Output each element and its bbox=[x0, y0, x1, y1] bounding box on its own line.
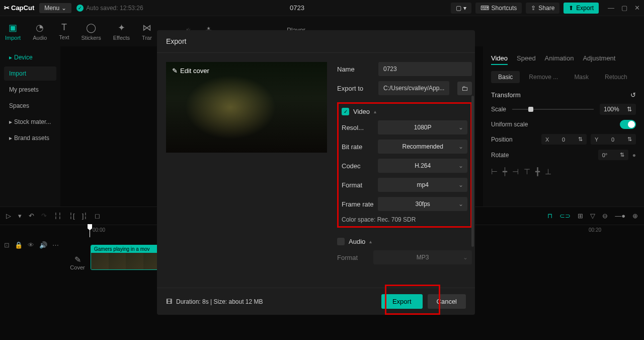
lock-icon[interactable]: 🔒 bbox=[15, 241, 23, 249]
subtab-basic[interactable]: Basic bbox=[491, 71, 520, 83]
subtab-retouch[interactable]: Retouch bbox=[598, 71, 634, 83]
cover-button[interactable]: ✎ Cover bbox=[67, 255, 88, 270]
zoom-in-icon[interactable]: ⊕ bbox=[632, 212, 638, 220]
format-label: Format bbox=[342, 181, 378, 189]
framerate-select[interactable]: 30fps bbox=[378, 197, 467, 211]
sidebar-spaces[interactable]: Spaces bbox=[4, 99, 56, 113]
more-icon[interactable]: ⋯ bbox=[52, 241, 59, 249]
align-top-icon[interactable]: ⊤ bbox=[524, 167, 530, 176]
align-right-icon[interactable]: ⊣ bbox=[512, 167, 519, 176]
redo-icon[interactable]: ↷ bbox=[41, 212, 47, 220]
prop-tab-adjustment[interactable]: Adjustment bbox=[583, 52, 615, 65]
audio-format-select: MP3 bbox=[373, 250, 472, 264]
resolution-select[interactable]: 1080P bbox=[378, 120, 467, 134]
tab-transitions[interactable]: ⋈Trar bbox=[142, 22, 152, 41]
export-confirm-button[interactable]: Export bbox=[381, 294, 423, 309]
cursor-dropdown-icon[interactable]: ▾ bbox=[18, 212, 22, 220]
playhead[interactable] bbox=[90, 225, 90, 237]
cursor-tool-icon[interactable]: ▷ bbox=[6, 212, 11, 220]
tab-stickers[interactable]: ◯Stickers bbox=[82, 22, 101, 41]
effects-icon: ✦ bbox=[118, 22, 125, 33]
bitrate-label: Bit rate bbox=[342, 143, 378, 151]
scale-slider[interactable] bbox=[512, 109, 594, 110]
browse-folder-button[interactable]: 🗀 bbox=[457, 82, 472, 95]
sidebar-device[interactable]: ▸ Device bbox=[4, 50, 56, 64]
zoom-slider-icon[interactable]: —● bbox=[615, 212, 625, 220]
timeline-clip[interactable]: Gamers playing in a mov bbox=[91, 245, 161, 270]
tab-import[interactable]: ▣Import bbox=[5, 22, 21, 41]
export-info: 🎞 Duration: 8s | Size: about 12 MB bbox=[166, 298, 263, 305]
position-y[interactable]: Y0⇅ bbox=[591, 134, 636, 145]
mute-icon[interactable]: 🔊 bbox=[39, 241, 47, 249]
minimize-icon[interactable]: — bbox=[608, 4, 614, 12]
layout-button[interactable]: ▢ ▾ bbox=[451, 3, 471, 14]
close-icon[interactable]: ✕ bbox=[634, 4, 640, 12]
maximize-icon[interactable]: ▢ bbox=[621, 4, 627, 12]
time-mark: 00:00 bbox=[93, 227, 105, 233]
undo-icon[interactable]: ↶ bbox=[29, 212, 34, 220]
name-label: Name bbox=[337, 65, 373, 73]
audio-section-header[interactable]: Audio ▴ bbox=[337, 238, 472, 245]
rotate-value[interactable]: 0°⇅ bbox=[598, 150, 628, 160]
split-left-icon[interactable]: ╎[ bbox=[69, 212, 75, 220]
sidebar-import[interactable]: Import bbox=[4, 66, 56, 81]
text-icon: T bbox=[61, 22, 67, 33]
sidebar-presets[interactable]: My presets bbox=[4, 83, 56, 97]
split-right-icon[interactable]: ]╎ bbox=[82, 212, 88, 220]
app-logo: ✂ CapCut bbox=[4, 4, 34, 12]
subtab-mask[interactable]: Mask bbox=[567, 71, 596, 83]
codec-select[interactable]: H.264 bbox=[378, 159, 467, 173]
bitrate-select[interactable]: Recommended bbox=[378, 140, 467, 154]
tab-effects[interactable]: ✦Effects bbox=[113, 22, 130, 41]
sidebar-brand[interactable]: ▸ Brand assets bbox=[4, 131, 56, 145]
prop-tab-video[interactable]: Video bbox=[491, 52, 508, 65]
marker-icon[interactable]: ▽ bbox=[590, 212, 595, 220]
link-icon[interactable]: ⊂⊃ bbox=[559, 212, 571, 220]
scrollbar[interactable] bbox=[471, 96, 474, 247]
track-collapse-icon[interactable]: ⊡ bbox=[4, 241, 10, 249]
video-checkbox[interactable]: ✓ bbox=[342, 108, 349, 115]
scale-value[interactable]: 100%⇅ bbox=[600, 104, 636, 115]
topbar-export-button[interactable]: ⬆ Export bbox=[564, 3, 599, 14]
check-icon: ✓ bbox=[76, 5, 84, 12]
align-left-icon[interactable]: ⊢ bbox=[491, 167, 498, 176]
audio-checkbox[interactable] bbox=[337, 238, 345, 245]
subtab-remove[interactable]: Remove ... bbox=[522, 71, 565, 83]
rotate-dial-icon[interactable]: ● bbox=[632, 152, 636, 159]
export-to-label: Export to bbox=[337, 85, 373, 92]
menu-button[interactable]: Menu ⌄ bbox=[39, 3, 71, 13]
title-bar: ✂ CapCut Menu ⌄ ✓Auto saved: 12:53:26 07… bbox=[0, 0, 644, 16]
share-button[interactable]: ⇪ Share bbox=[526, 3, 559, 14]
align-hcenter-icon[interactable]: ┿ bbox=[503, 167, 507, 176]
tab-audio[interactable]: ◔Audio bbox=[33, 22, 47, 41]
prop-tab-animation[interactable]: Animation bbox=[545, 52, 574, 65]
uniform-toggle[interactable] bbox=[620, 120, 636, 129]
format-select[interactable]: mp4 bbox=[378, 178, 467, 192]
align-vcenter-icon[interactable]: ╋ bbox=[535, 167, 540, 176]
audio-format-label: Format bbox=[337, 254, 373, 261]
shortcuts-button[interactable]: ⌨ Shortcuts bbox=[475, 3, 522, 14]
sidebar-stock[interactable]: ▸ Stock mater... bbox=[4, 115, 56, 129]
folder-icon: 🗀 bbox=[461, 85, 468, 92]
scale-label: Scale bbox=[491, 106, 506, 113]
edit-cover-button[interactable]: ✎Edit cover bbox=[172, 67, 209, 75]
eye-icon[interactable]: 👁 bbox=[28, 241, 34, 249]
export-path[interactable]: C:/Users/cvalley/App... bbox=[378, 81, 449, 95]
video-section-header[interactable]: ✓ Video ▴ bbox=[342, 108, 467, 115]
reset-icon[interactable]: ↺ bbox=[630, 91, 636, 99]
pencil-icon: ✎ bbox=[67, 255, 88, 264]
prop-tab-speed[interactable]: Speed bbox=[517, 52, 536, 65]
position-x[interactable]: X0⇅ bbox=[541, 134, 587, 145]
zoom-out-icon[interactable]: ⊖ bbox=[602, 212, 608, 220]
magnet-icon[interactable]: ⊓ bbox=[547, 212, 552, 220]
preview-icon[interactable]: ⊞ bbox=[578, 212, 583, 220]
crop-icon[interactable]: ◻ bbox=[95, 212, 100, 220]
align-bottom-icon[interactable]: ⊥ bbox=[545, 167, 551, 176]
tab-text[interactable]: TText bbox=[59, 22, 69, 40]
cancel-button[interactable]: Cancel bbox=[428, 294, 466, 309]
stickers-icon: ◯ bbox=[86, 22, 96, 33]
split-icon[interactable]: ╎╎ bbox=[54, 212, 62, 220]
transform-heading: Transform bbox=[491, 91, 521, 99]
name-input[interactable]: 0723 bbox=[378, 62, 472, 76]
colorspace-info: Color space: Rec. 709 SDR bbox=[342, 216, 467, 223]
